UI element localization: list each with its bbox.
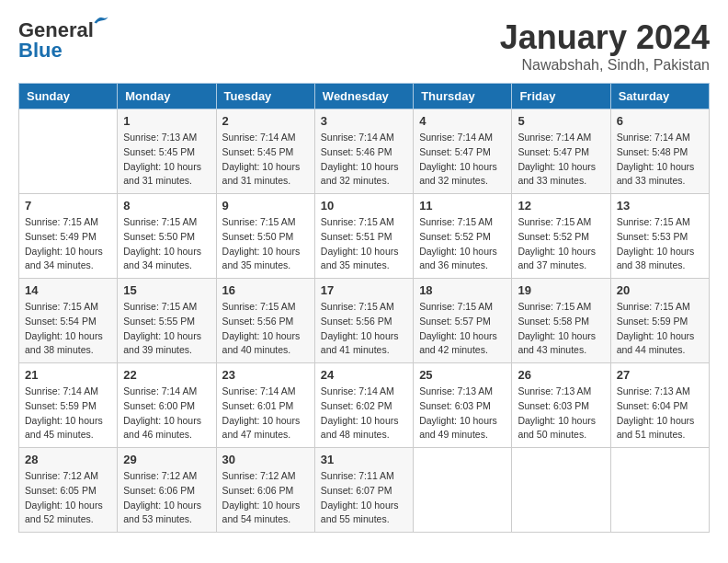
cell-info: Sunrise: 7:14 AM Sunset: 5:48 PM Dayligh…: [617, 131, 703, 189]
cell-date-number: 17: [321, 283, 407, 297]
cell-date-number: 16: [222, 283, 309, 297]
page-title: January 2024: [500, 18, 710, 57]
title-block: January 2024 Nawabshah, Sindh, Pakistan: [500, 18, 710, 74]
cell-date-number: 1: [123, 114, 210, 128]
cell-info: Sunrise: 7:14 AM Sunset: 5:46 PM Dayligh…: [321, 131, 407, 189]
calendar-table: SundayMondayTuesdayWednesdayThursdayFrid…: [18, 83, 710, 533]
calendar-cell: 6Sunrise: 7:14 AM Sunset: 5:48 PM Daylig…: [610, 109, 709, 194]
calendar-cell: 29Sunrise: 7:12 AM Sunset: 6:06 PM Dayli…: [118, 448, 216, 533]
cell-info: Sunrise: 7:15 AM Sunset: 5:49 PM Dayligh…: [25, 215, 111, 273]
calendar-cell: 9Sunrise: 7:15 AM Sunset: 5:50 PM Daylig…: [216, 194, 314, 279]
cell-date-number: 14: [25, 283, 111, 297]
cell-info: Sunrise: 7:14 AM Sunset: 5:45 PM Dayligh…: [222, 131, 309, 189]
calendar-cell: 22Sunrise: 7:14 AM Sunset: 6:00 PM Dayli…: [118, 363, 216, 448]
cell-date-number: 5: [518, 114, 604, 128]
logo-general: General: [18, 18, 94, 41]
cell-info: Sunrise: 7:15 AM Sunset: 5:50 PM Dayligh…: [222, 215, 309, 273]
cell-info: Sunrise: 7:15 AM Sunset: 5:59 PM Dayligh…: [617, 300, 703, 358]
cell-date-number: 9: [222, 199, 309, 213]
cell-date-number: 26: [518, 368, 604, 382]
cell-info: Sunrise: 7:14 AM Sunset: 6:02 PM Dayligh…: [321, 385, 407, 442]
cell-info: Sunrise: 7:14 AM Sunset: 6:00 PM Dayligh…: [123, 385, 210, 442]
cell-date-number: 31: [321, 453, 407, 466]
cell-info: Sunrise: 7:12 AM Sunset: 6:06 PM Dayligh…: [123, 469, 210, 527]
calendar-cell: 30Sunrise: 7:12 AM Sunset: 6:06 PM Dayli…: [216, 448, 314, 533]
calendar-cell: [414, 448, 512, 533]
calendar-cell: 26Sunrise: 7:13 AM Sunset: 6:03 PM Dayli…: [512, 363, 610, 448]
header-saturday: Saturday: [610, 84, 709, 109]
header-monday: Monday: [118, 84, 216, 109]
cell-info: Sunrise: 7:14 AM Sunset: 6:01 PM Dayligh…: [222, 385, 309, 442]
calendar-cell: 1Sunrise: 7:13 AM Sunset: 5:45 PM Daylig…: [118, 109, 216, 194]
cell-date-number: 30: [222, 453, 309, 466]
calendar-cell: 17Sunrise: 7:15 AM Sunset: 5:56 PM Dayli…: [314, 279, 413, 363]
cell-info: Sunrise: 7:13 AM Sunset: 5:45 PM Dayligh…: [123, 131, 210, 189]
page-subtitle: Nawabshah, Sindh, Pakistan: [500, 57, 710, 74]
cell-date-number: 6: [617, 114, 703, 128]
header-sunday: Sunday: [19, 84, 118, 109]
calendar-cell: 12Sunrise: 7:15 AM Sunset: 5:52 PM Dayli…: [512, 194, 610, 279]
header-tuesday: Tuesday: [216, 84, 314, 109]
cell-date-number: 7: [25, 199, 111, 213]
cell-info: Sunrise: 7:15 AM Sunset: 5:50 PM Dayligh…: [123, 215, 210, 273]
calendar-cell: 14Sunrise: 7:15 AM Sunset: 5:54 PM Dayli…: [19, 279, 118, 363]
cell-date-number: 18: [419, 283, 506, 297]
calendar-cell: 5Sunrise: 7:14 AM Sunset: 5:47 PM Daylig…: [512, 109, 610, 194]
calendar-cell: 3Sunrise: 7:14 AM Sunset: 5:46 PM Daylig…: [314, 109, 413, 194]
cell-date-number: 10: [321, 199, 407, 213]
cell-info: Sunrise: 7:13 AM Sunset: 6:03 PM Dayligh…: [518, 385, 604, 442]
cell-info: Sunrise: 7:15 AM Sunset: 5:52 PM Dayligh…: [518, 215, 604, 273]
cell-info: Sunrise: 7:15 AM Sunset: 5:58 PM Dayligh…: [518, 300, 604, 358]
cell-info: Sunrise: 7:14 AM Sunset: 5:47 PM Dayligh…: [419, 131, 506, 189]
calendar-week-3: 14Sunrise: 7:15 AM Sunset: 5:54 PM Dayli…: [19, 279, 710, 363]
calendar-cell: 11Sunrise: 7:15 AM Sunset: 5:52 PM Dayli…: [414, 194, 512, 279]
header-friday: Friday: [512, 84, 610, 109]
calendar-cell: 31Sunrise: 7:11 AM Sunset: 6:07 PM Dayli…: [314, 448, 413, 533]
cell-info: Sunrise: 7:14 AM Sunset: 5:59 PM Dayligh…: [25, 385, 111, 442]
cell-date-number: 24: [321, 368, 407, 382]
cell-info: Sunrise: 7:13 AM Sunset: 6:03 PM Dayligh…: [419, 385, 506, 442]
calendar-cell: 8Sunrise: 7:15 AM Sunset: 5:50 PM Daylig…: [118, 194, 216, 279]
calendar-week-5: 28Sunrise: 7:12 AM Sunset: 6:05 PM Dayli…: [19, 448, 710, 533]
cell-date-number: 11: [419, 199, 506, 213]
calendar-cell: 28Sunrise: 7:12 AM Sunset: 6:05 PM Dayli…: [19, 448, 118, 533]
cell-date-number: 21: [25, 368, 111, 382]
calendar-cell: 25Sunrise: 7:13 AM Sunset: 6:03 PM Dayli…: [414, 363, 512, 448]
cell-date-number: 28: [25, 453, 111, 466]
page-header: General Blue January 2024 Nawabshah, Sin…: [18, 18, 710, 74]
calendar-cell: [512, 448, 610, 533]
calendar-header-row: SundayMondayTuesdayWednesdayThursdayFrid…: [19, 84, 710, 109]
calendar-week-4: 21Sunrise: 7:14 AM Sunset: 5:59 PM Dayli…: [19, 363, 710, 448]
calendar-cell: 24Sunrise: 7:14 AM Sunset: 6:02 PM Dayli…: [314, 363, 413, 448]
cell-date-number: 22: [123, 368, 210, 382]
logo-bird-icon: [92, 13, 110, 28]
cell-info: Sunrise: 7:12 AM Sunset: 6:06 PM Dayligh…: [222, 469, 309, 527]
cell-date-number: 3: [321, 114, 407, 128]
cell-info: Sunrise: 7:15 AM Sunset: 5:52 PM Dayligh…: [419, 215, 506, 273]
header-thursday: Thursday: [414, 84, 512, 109]
cell-info: Sunrise: 7:15 AM Sunset: 5:54 PM Dayligh…: [25, 300, 111, 358]
cell-info: Sunrise: 7:15 AM Sunset: 5:55 PM Dayligh…: [123, 300, 210, 358]
calendar-week-2: 7Sunrise: 7:15 AM Sunset: 5:49 PM Daylig…: [19, 194, 710, 279]
cell-date-number: 13: [617, 199, 703, 213]
cell-date-number: 15: [123, 283, 210, 297]
cell-info: Sunrise: 7:15 AM Sunset: 5:56 PM Dayligh…: [321, 300, 407, 358]
cell-info: Sunrise: 7:15 AM Sunset: 5:56 PM Dayligh…: [222, 300, 309, 358]
cell-date-number: 4: [419, 114, 506, 128]
calendar-cell: 16Sunrise: 7:15 AM Sunset: 5:56 PM Dayli…: [216, 279, 314, 363]
calendar-cell: 19Sunrise: 7:15 AM Sunset: 5:58 PM Dayli…: [512, 279, 610, 363]
cell-date-number: 2: [222, 114, 309, 128]
cell-info: Sunrise: 7:15 AM Sunset: 5:53 PM Dayligh…: [617, 215, 703, 273]
cell-date-number: 25: [419, 368, 506, 382]
cell-date-number: 19: [518, 283, 604, 297]
calendar-cell: 10Sunrise: 7:15 AM Sunset: 5:51 PM Dayli…: [314, 194, 413, 279]
cell-info: Sunrise: 7:14 AM Sunset: 5:47 PM Dayligh…: [518, 131, 604, 189]
header-wednesday: Wednesday: [314, 84, 413, 109]
calendar-cell: 23Sunrise: 7:14 AM Sunset: 6:01 PM Dayli…: [216, 363, 314, 448]
cell-date-number: 20: [617, 283, 703, 297]
cell-info: Sunrise: 7:13 AM Sunset: 6:04 PM Dayligh…: [617, 385, 703, 442]
calendar-cell: 2Sunrise: 7:14 AM Sunset: 5:45 PM Daylig…: [216, 109, 314, 194]
calendar-cell: 20Sunrise: 7:15 AM Sunset: 5:59 PM Dayli…: [610, 279, 709, 363]
calendar-cell: 18Sunrise: 7:15 AM Sunset: 5:57 PM Dayli…: [414, 279, 512, 363]
cell-info: Sunrise: 7:12 AM Sunset: 6:05 PM Dayligh…: [25, 469, 111, 527]
